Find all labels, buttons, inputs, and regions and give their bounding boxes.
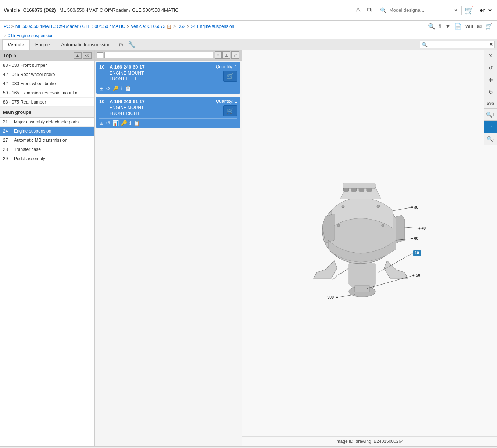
grid-view-btn[interactable]: ⊞: [222, 51, 230, 59]
part-key-icon-1[interactable]: 🔑: [112, 86, 119, 91]
top5-item-4[interactable]: 50 - 165 Expansion reservoir, mount a...: [0, 88, 94, 98]
document-icon[interactable]: 📄: [454, 22, 462, 30]
search-icon[interactable]: 🔍: [379, 7, 388, 14]
part-info-icon-1[interactable]: ℹ: [121, 86, 123, 91]
part-row-1: 10 A 166 240 60 17 ENGINE MOUNT FRONT LE…: [96, 62, 240, 94]
engine-diagram: 30 60 40 10 50 900: [296, 177, 443, 309]
part-chart-icon-2[interactable]: 📊: [112, 120, 119, 126]
group-label-28: Transfer case: [14, 147, 92, 152]
group-item-28[interactable]: 28 Transfer case: [0, 145, 94, 154]
diagram-area: 30 60 40 10 50 900: [242, 50, 497, 436]
top5-item-3[interactable]: 42 - 030 Front wheel brake: [0, 79, 94, 88]
part-pos-2: 10: [99, 99, 107, 104]
engine-block: [314, 183, 408, 297]
svg-text:50: 50: [416, 273, 420, 277]
svg-text:10: 10: [415, 251, 419, 255]
header-icons: ⚠ ⧉ 🔍 ✕ 🛒 en de fr: [354, 6, 493, 15]
group-num-24: 24: [3, 129, 12, 134]
part-actions-2: ⊞ ↺ 📊 🔑 ℹ 📋: [99, 118, 237, 126]
group-label-21: Major assembly detachable parts: [14, 119, 92, 124]
add-to-cart-btn-1[interactable]: 🛒: [223, 71, 237, 82]
model-search-input[interactable]: [389, 7, 451, 13]
group-item-29[interactable]: 29 Pedal assembly: [0, 154, 94, 163]
tab-search-input[interactable]: [429, 42, 488, 47]
part-doc-icon-2[interactable]: 📋: [133, 120, 140, 126]
part-code-1: A 166 240 60 17: [110, 64, 213, 70]
top5-item-2[interactable]: 42 - 045 Rear wheel brake: [0, 70, 94, 79]
group-item-21[interactable]: 21 Major assembly detachable parts: [0, 118, 94, 127]
top5-list: 88 - 030 Front bumper 42 - 045 Rear whee…: [0, 61, 94, 107]
main-groups-header: Main groups: [0, 107, 94, 118]
svg-rect-3: [355, 286, 369, 292]
part-doc-icon-1[interactable]: 📋: [125, 86, 131, 91]
svg-text:60: 60: [414, 236, 419, 241]
info-icon[interactable]: ℹ: [438, 22, 442, 30]
part-refresh-icon-1[interactable]: ↺: [106, 86, 110, 91]
select-all-checkbox[interactable]: [97, 52, 103, 58]
top5-item-5[interactable]: 88 - 075 Rear bumper: [0, 98, 94, 107]
filter-icon[interactable]: ▼: [444, 22, 451, 30]
svg-text:40: 40: [422, 226, 426, 230]
tab-search-clear[interactable]: ✕: [489, 42, 493, 47]
breadcrumb-015[interactable]: 015 Engine suspension: [8, 33, 54, 38]
svg-point-6: [337, 224, 340, 227]
zoom-in-icon[interactable]: 🔍: [427, 22, 436, 30]
breadcrumb-engine-suspension[interactable]: 24 Engine suspension: [191, 24, 234, 29]
group-item-27[interactable]: 27 Automatic MB transmission: [0, 136, 94, 145]
toolbar-icons: 🔍 ℹ ▼ 📄 WIS ✉ 🛒: [427, 22, 493, 30]
top5-controls: ▲ ≪: [74, 52, 92, 59]
cart-toolbar-icon[interactable]: 🛒: [485, 22, 493, 30]
tab-automatic-transmission[interactable]: Automatic transmission: [56, 39, 116, 50]
expand-view-btn[interactable]: ⤢: [231, 51, 239, 59]
svg-point-5: [377, 205, 380, 208]
qty-label-2: Quantity: 1: [216, 99, 237, 104]
part-name-1b: FRONT LEFT: [110, 76, 213, 82]
top5-label: Top 5: [3, 53, 16, 58]
warning-icon[interactable]: ⚠: [354, 6, 362, 15]
left-panel: Top 5 ▲ ≪ 88 - 030 Front bumper 42 - 045…: [0, 50, 95, 446]
part-name-2a: ENGINE MOUNT: [110, 105, 213, 110]
tab-vehicle[interactable]: Vehicle: [2, 39, 30, 50]
mail-icon[interactable]: ✉: [476, 22, 482, 30]
vehicle-model: ML 500/550 4MATIC Off-Roader / GLE 500/5…: [60, 7, 350, 13]
part-row-2-top: 10 A 166 240 61 17 ENGINE MOUNT FRONT RI…: [99, 99, 237, 116]
add-to-cart-btn-2[interactable]: 🛒: [223, 105, 237, 116]
part-table-icon-1[interactable]: ⊞: [99, 86, 104, 91]
breadcrumb-model[interactable]: ML 500/550 4MATIC Off-Roader / GLE 500/5…: [15, 24, 125, 29]
part-table-icon-2[interactable]: ⊞: [99, 120, 104, 126]
clear-search-icon[interactable]: ✕: [453, 7, 459, 14]
breadcrumb-d62[interactable]: D62: [177, 24, 185, 29]
part-key-icon-2[interactable]: 🔑: [121, 120, 127, 126]
svg-point-4: [342, 205, 344, 208]
breadcrumb-pc[interactable]: PC: [4, 24, 10, 29]
collapse-up-btn[interactable]: ▲: [74, 52, 82, 59]
tab-icon1[interactable]: ⚙: [116, 40, 126, 50]
breadcrumb: PC > ML 500/550 4MATIC Off-Roader / GLE …: [0, 21, 497, 32]
collapse-double-btn[interactable]: ≪: [83, 52, 92, 59]
svg-point-20: [419, 228, 421, 230]
part-info-1: A 166 240 60 17 ENGINE MOUNT FRONT LEFT: [110, 64, 213, 82]
tab-icon2[interactable]: 🔧: [126, 40, 137, 50]
svg-point-14: [411, 206, 413, 208]
part-info-icon-2[interactable]: ℹ: [129, 120, 131, 126]
language-select[interactable]: en de fr: [477, 6, 493, 14]
wis-icon[interactable]: WIS: [465, 24, 474, 29]
part-info-2: A 166 240 61 17 ENGINE MOUNT FRONT RIGHT: [110, 99, 213, 116]
right-panel: ✕ ↺ ✚ ↻ SVG 🔍+ → 🔍-: [242, 50, 497, 446]
svg-text:30: 30: [414, 205, 419, 209]
cart-button[interactable]: 🛒: [465, 6, 474, 15]
parts-search-input[interactable]: [106, 53, 211, 58]
top5-header: Top 5 ▲ ≪: [0, 50, 94, 61]
group-num-29: 29: [3, 156, 12, 161]
svg-rect-10: [359, 188, 364, 192]
tab-engine[interactable]: Engine: [30, 39, 56, 50]
top5-item-1[interactable]: 88 - 030 Front bumper: [0, 61, 94, 70]
list-view-btn[interactable]: ≡: [215, 51, 222, 59]
part-name-1a: ENGINE MOUNT: [110, 71, 213, 76]
part-refresh-icon-2[interactable]: ↺: [106, 120, 110, 126]
group-item-24[interactable]: 24 Engine suspension: [0, 127, 94, 136]
svg-line-13: [393, 207, 412, 211]
copy-icon[interactable]: ⧉: [365, 6, 373, 15]
breadcrumb-vehicle[interactable]: Vehicle: C166073 📋: [131, 24, 172, 29]
tab-search-icon: 🔍: [422, 42, 428, 47]
